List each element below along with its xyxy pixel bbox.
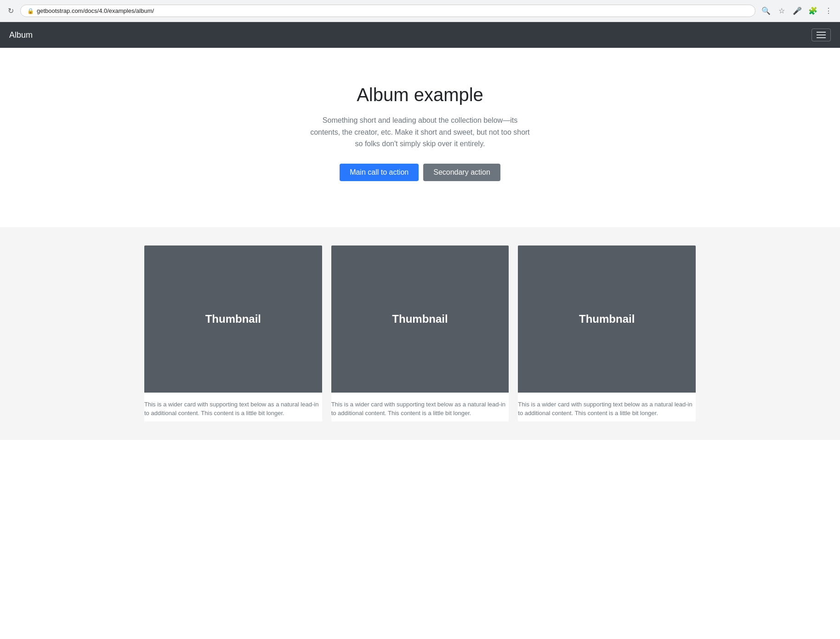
mic-icon: 🎤 <box>793 6 802 15</box>
hero-title: Album example <box>9 85 831 105</box>
more-icon: ⋮ <box>825 6 832 15</box>
card-3-thumbnail: Thumbnail <box>518 245 696 393</box>
navbar-toggler[interactable] <box>812 29 831 41</box>
card-2: Thumbnail This is a wider card with supp… <box>331 245 509 422</box>
address-bar[interactable]: 🔒 getbootstrap.com/docs/4.0/examples/alb… <box>20 5 755 17</box>
card-1-thumbnail-label: Thumbnail <box>205 313 261 325</box>
refresh-button[interactable]: ↻ <box>6 6 16 16</box>
card-3-text: This is a wider card with supporting tex… <box>518 400 696 418</box>
lock-icon: 🔒 <box>27 8 34 14</box>
navbar-brand[interactable]: Album <box>9 30 33 40</box>
extension-icon: 🧩 <box>808 6 817 15</box>
card-3: Thumbnail This is a wider card with supp… <box>518 245 696 422</box>
card-2-thumbnail-label: Thumbnail <box>392 313 448 325</box>
card-3-body: This is a wider card with supporting tex… <box>518 393 696 422</box>
search-icon: 🔍 <box>761 6 771 15</box>
url-text: getbootstrap.com/docs/4.0/examples/album… <box>37 7 154 14</box>
hero-section: Album example Something short and leadin… <box>0 48 840 227</box>
browser-chrome: ↻ 🔒 getbootstrap.com/docs/4.0/examples/a… <box>0 0 840 22</box>
browser-actions: 🔍 ☆ 🎤 🧩 ⋮ <box>760 5 834 17</box>
toggler-line <box>817 37 826 38</box>
card-1-text: This is a wider card with supporting tex… <box>144 400 322 418</box>
card-1: Thumbnail This is a wider card with supp… <box>144 245 322 422</box>
navbar: Album <box>0 22 840 48</box>
album-grid: Thumbnail This is a wider card with supp… <box>144 245 696 422</box>
card-2-body: This is a wider card with supporting tex… <box>331 393 509 422</box>
mic-button[interactable]: 🎤 <box>791 5 803 17</box>
card-1-body: This is a wider card with supporting tex… <box>144 393 322 422</box>
card-2-thumbnail: Thumbnail <box>331 245 509 393</box>
card-3-thumbnail-label: Thumbnail <box>579 313 635 325</box>
star-icon: ☆ <box>778 6 785 15</box>
secondary-action-button[interactable]: Secondary action <box>423 164 500 181</box>
toggler-line <box>817 34 826 35</box>
card-1-thumbnail: Thumbnail <box>144 245 322 393</box>
card-2-text: This is a wider card with supporting tex… <box>331 400 509 418</box>
hero-buttons: Main call to action Secondary action <box>9 164 831 181</box>
hero-subtitle: Something short and leading about the co… <box>310 114 530 150</box>
album-section: Thumbnail This is a wider card with supp… <box>0 227 840 440</box>
main-cta-button[interactable]: Main call to action <box>340 164 419 181</box>
toggler-line <box>817 32 826 33</box>
extension-button[interactable]: 🧩 <box>807 5 819 17</box>
refresh-icon: ↻ <box>8 6 14 15</box>
bookmark-button[interactable]: ☆ <box>776 5 788 17</box>
more-button[interactable]: ⋮ <box>823 5 834 17</box>
search-button[interactable]: 🔍 <box>760 5 772 17</box>
